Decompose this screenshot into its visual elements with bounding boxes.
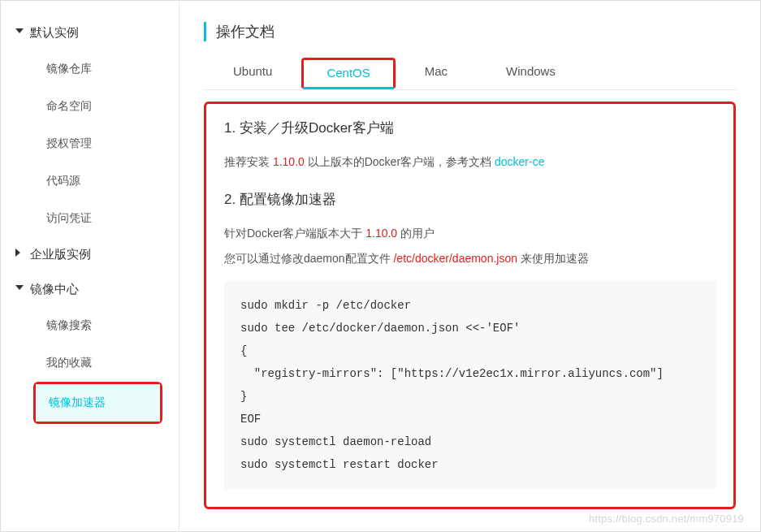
text: 推荐安装	[224, 155, 273, 168]
sidebar-item-credentials[interactable]: 访问凭证	[1, 200, 179, 237]
tab-centos[interactable]: CentOS	[301, 58, 395, 89]
page-title: 操作文档	[204, 22, 736, 41]
text: 以上版本的Docker客户端，参考文档	[305, 155, 495, 168]
version-text: 1.10.0	[273, 155, 305, 168]
path-text: /etc/docker/daemon.json	[393, 252, 517, 265]
section2-heading: 2. 配置镜像加速器	[224, 190, 716, 209]
main-content: 操作文档 Ubuntu CentOS Mac Windows 1. 安装／升级D…	[179, 1, 760, 531]
sidebar: 默认实例 镜像仓库 命名空间 授权管理 代码源 访问凭证 企业版实例 镜像中心	[1, 1, 179, 531]
chevron-right-icon	[15, 249, 20, 257]
sidebar-item-namespace[interactable]: 命名空间	[1, 88, 179, 125]
docker-ce-link[interactable]: docker-ce	[495, 155, 544, 168]
nav-header-default[interactable]: 默认实例	[1, 15, 179, 50]
sidebar-item-mirror-search[interactable]: 镜像搜索	[1, 307, 179, 344]
nav-group-mirror-center: 镜像中心 镜像搜索 我的收藏 镜像加速器	[1, 272, 179, 424]
nav-header-label: 企业版实例	[30, 247, 91, 261]
sidebar-item-auth[interactable]: 授权管理	[1, 125, 179, 162]
nav-group-default: 默认实例 镜像仓库 命名空间 授权管理 代码源 访问凭证	[1, 15, 179, 237]
sidebar-item-my-favorites[interactable]: 我的收藏	[1, 344, 179, 382]
nav-header-mirror-center[interactable]: 镜像中心	[1, 272, 179, 307]
chevron-down-icon	[15, 285, 24, 290]
tab-mac[interactable]: Mac	[396, 56, 477, 89]
section1-heading: 1. 安装／升级Docker客户端	[224, 119, 716, 137]
sidebar-item-mirror-accelerator[interactable]: 镜像加速器	[36, 384, 160, 422]
nav-header-label: 镜像中心	[30, 282, 79, 296]
text: 您可以通过修改daemon配置文件	[224, 252, 393, 265]
os-tabs: Ubuntu CentOS Mac Windows	[204, 56, 736, 90]
sidebar-item-code-source[interactable]: 代码源	[1, 162, 179, 200]
text: 来使用加速器	[517, 252, 589, 265]
nav-header-enterprise[interactable]: 企业版实例	[1, 237, 179, 272]
code-block[interactable]: sudo mkdir -p /etc/docker sudo tee /etc/…	[224, 281, 716, 489]
tab-windows[interactable]: Windows	[477, 56, 585, 89]
chevron-down-icon	[15, 28, 24, 33]
highlight-annotation: 镜像加速器	[33, 382, 162, 424]
version-text: 1.10.0	[365, 227, 397, 240]
tab-ubuntu[interactable]: Ubuntu	[204, 56, 301, 89]
install-text: 推荐安装 1.10.0 以上版本的Docker客户端，参考文档 docker-c…	[224, 152, 716, 172]
content-highlight-box: 1. 安装／升级Docker客户端 推荐安装 1.10.0 以上版本的Docke…	[204, 102, 736, 509]
watermark: https://blog.csdn.net/mm970919	[589, 513, 744, 525]
config-text-1: 针对Docker客户端版本大于 1.10.0 的用户	[224, 223, 716, 244]
config-text-2: 您可以通过修改daemon配置文件 /etc/docker/daemon.jso…	[224, 249, 716, 269]
nav-header-label: 默认实例	[30, 25, 79, 39]
text: 针对Docker客户端版本大于	[224, 227, 365, 240]
nav-group-enterprise: 企业版实例	[1, 237, 179, 272]
sidebar-item-image-repo[interactable]: 镜像仓库	[1, 50, 179, 88]
text: 的用户	[397, 227, 435, 240]
